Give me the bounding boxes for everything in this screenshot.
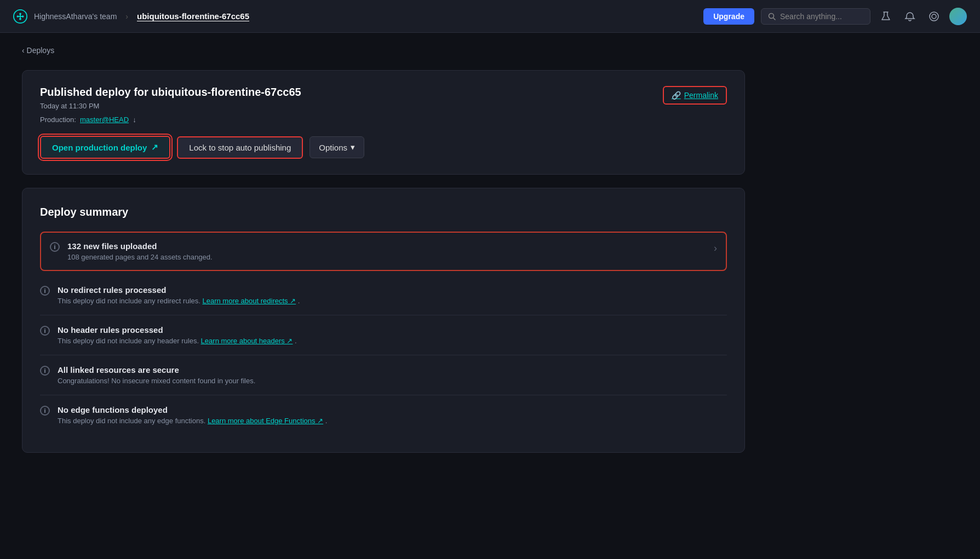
svg-line-8 [773,18,776,20]
header-title: No header rules processed [58,325,727,335]
summary-title: Deploy summary [40,206,727,218]
options-button[interactable]: Options ▾ [310,136,364,158]
topnav: HighnessAtharva's team › ubiquitous-flor… [0,0,980,33]
flask-icon[interactable] [877,8,895,25]
search-icon [768,13,776,20]
nav-separator: › [125,12,128,21]
external-link-icon: ↗ [151,142,158,152]
svg-point-11 [932,14,936,19]
edge-title: No edge functions deployed [58,405,727,414]
svg-point-3 [19,13,21,15]
back-link[interactable]: ‹ Deploys [22,46,54,55]
avatar[interactable] [949,8,967,25]
summary-item-redirect: i No redirect rules processed This deplo… [40,275,727,315]
production-label: Production: [40,116,76,124]
files-title: 132 new files uploaded [67,241,706,251]
help-icon[interactable] [925,8,943,25]
info-icon-files: i [50,242,60,252]
secure-title: All linked resources are secure [58,365,727,374]
deploy-time: Today at 11:30 PM [40,102,364,110]
info-icon-header: i [40,326,50,336]
svg-point-6 [22,15,24,18]
edge-learn-more[interactable]: Learn more about Edge Functions ↗ [208,417,323,425]
summary-item-edge: i No edge functions deployed This deploy… [40,395,727,435]
deploy-title: Published deploy for ubiquitous-florenti… [40,86,364,99]
deploy-actions: Open production deploy ↗ Lock to stop au… [40,136,364,159]
upgrade-button[interactable]: Upgrade [703,8,754,25]
main-content: ‹ Deploys Published deploy for ubiquitou… [0,33,767,466]
files-desc: 108 generated pages and 24 assets change… [67,253,706,261]
info-icon-edge: i [40,406,50,416]
redirect-learn-more[interactable]: Learn more about redirects ↗ [202,297,296,305]
header-desc: This deploy did not include any header r… [58,337,727,345]
summary-item-header: i No header rules processed This deploy … [40,315,727,355]
link-icon: 🔗 [672,91,681,100]
chevron-down-icon: ▾ [351,142,355,152]
edge-desc: This deploy did not include any edge fun… [58,417,727,425]
chevron-right-icon: › [714,243,717,254]
summary-item-files[interactable]: i 132 new files uploaded 108 generated p… [40,232,727,271]
breadcrumb[interactable]: ‹ Deploys [22,46,745,55]
deploy-production: Production: master@HEAD ↓ [40,116,364,124]
info-icon-secure: i [40,366,50,376]
summary-card: Deploy summary i 132 new files uploaded … [22,188,745,453]
secure-desc: Congratulations! No insecure mixed conte… [58,377,727,385]
bell-icon[interactable] [901,8,919,25]
netlify-logo-icon [13,9,27,24]
header-learn-more[interactable]: Learn more about headers ↗ [201,337,293,345]
open-production-button[interactable]: Open production deploy ↗ [40,136,170,159]
logo-link[interactable] [13,9,27,24]
info-icon-redirect: i [40,286,50,296]
production-ref[interactable]: master@HEAD [80,116,129,124]
summary-item-secure: i All linked resources are secure Congra… [40,355,727,395]
search-placeholder: Search anything... [780,12,842,21]
lock-button[interactable]: Lock to stop auto publishing [177,136,303,159]
redirect-desc: This deploy did not include any redirect… [58,297,727,305]
deploy-card: Published deploy for ubiquitous-florenti… [22,70,745,175]
permalink-button[interactable]: 🔗 Permalink [663,86,727,105]
project-name[interactable]: ubiquitous-florentine-67cc65 [137,11,249,21]
redirect-title: No redirect rules processed [58,285,727,295]
svg-point-5 [17,15,19,18]
team-name[interactable]: HighnessAtharva's team [34,12,117,21]
search-box[interactable]: Search anything... [761,8,870,25]
svg-point-4 [19,18,21,20]
svg-point-10 [930,12,938,21]
